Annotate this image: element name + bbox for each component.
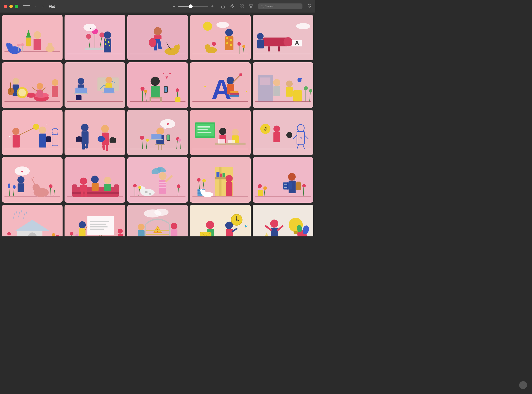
window-title: Flat [49,4,55,8]
list-item[interactable] [65,205,125,236]
svg-rect-171 [65,110,125,155]
svg-point-165 [39,126,46,133]
list-item[interactable]: ! [127,205,188,236]
search-icon [261,5,264,8]
maximize-button[interactable] [15,5,18,8]
list-item[interactable]: J AI [253,110,313,155]
list-item[interactable]: A ✦ ✦ [190,62,250,108]
svg-rect-10 [2,15,63,60]
list-item[interactable] [2,15,63,60]
svg-text:♥: ♥ [166,122,169,126]
nav-forward-button[interactable]: › [40,3,46,9]
svg-point-57 [205,44,211,50]
svg-point-36 [105,39,106,41]
list-item[interactable] [190,15,250,60]
grid-icon[interactable] [239,4,244,9]
svg-point-48 [149,38,156,47]
svg-rect-259 [72,192,119,194]
svg-rect-327 [258,190,263,197]
search-input[interactable] [265,4,297,8]
list-item[interactable]: A [253,15,313,60]
svg-rect-389 [200,232,211,236]
svg-rect-212 [198,126,210,127]
svg-point-260 [80,178,87,185]
svg-point-251 [8,183,10,188]
svg-rect-156 [260,77,270,85]
svg-point-316 [288,173,296,181]
svg-rect-195 [161,145,162,150]
zoom-controls: − + [171,4,215,9]
share-icon[interactable] [221,4,225,9]
pin-icon[interactable] [307,4,311,9]
svg-text:♥: ♥ [165,88,166,90]
svg-point-282 [145,191,148,193]
svg-rect-124 [150,97,162,98]
svg-point-84 [27,93,36,98]
svg-rect-267 [85,191,87,197]
list-item[interactable]: 🐦 [190,205,250,236]
list-item[interactable]: ✦ ✦ ✦ [2,110,63,155]
svg-rect-79 [257,40,264,49]
svg-rect-378 [146,230,169,231]
svg-marker-6 [249,5,253,8]
svg-point-369 [154,209,168,216]
minimize-button[interactable] [9,5,13,8]
list-item[interactable]: ♥ [127,110,188,155]
search-bar[interactable] [258,3,302,9]
svg-text:♥: ♥ [163,72,164,75]
svg-text:✦: ✦ [45,123,47,125]
list-item[interactable]: ♥ ♥ ♥ ♥ [127,62,188,108]
svg-point-264 [104,177,111,184]
list-item[interactable]: ... [65,15,125,60]
nav-back-button[interactable]: ‹ [33,3,39,9]
svg-point-164 [33,124,39,130]
svg-rect-319 [287,182,288,190]
svg-point-148 [273,79,280,86]
svg-text:A: A [295,40,299,46]
close-button[interactable] [4,5,7,8]
zoom-in-button[interactable]: + [210,4,215,9]
svg-rect-261 [80,185,87,191]
list-item[interactable] [253,62,313,108]
svg-rect-75 [268,46,270,51]
svg-point-55 [216,22,229,28]
svg-rect-27 [85,48,105,50]
svg-point-17 [33,31,41,39]
list-item[interactable] [127,157,188,203]
svg-point-289 [177,184,180,188]
list-item[interactable]: ♥ [2,205,63,236]
filter-icon[interactable] [249,4,253,9]
list-item[interactable] [65,157,125,203]
bolt-icon[interactable] [230,4,234,9]
svg-rect-52 [190,15,250,60]
svg-text:♥: ♥ [31,235,33,236]
svg-point-58 [212,42,216,46]
svg-rect-365 [118,234,123,236]
svg-rect-157 [2,110,63,155]
list-item[interactable] [253,205,313,236]
svg-point-287 [138,186,141,189]
svg-rect-181 [110,138,116,143]
svg-point-313 [258,184,262,188]
svg-point-68 [242,45,245,48]
list-item[interactable] [190,110,250,155]
svg-point-248 [49,184,52,188]
svg-rect-241 [18,183,24,192]
zoom-out-button[interactable]: − [171,4,176,9]
svg-rect-145 [293,90,302,101]
list-item[interactable] [65,110,125,155]
svg-point-155 [309,89,312,93]
svg-rect-107 [104,87,114,93]
svg-rect-268 [127,157,188,203]
list-item[interactable]: ♥ [2,157,63,203]
list-item[interactable] [65,62,125,108]
list-item[interactable] [253,157,313,203]
sidebar-toggle-button[interactable] [23,4,30,9]
svg-point-390 [225,222,233,229]
list-item[interactable] [2,62,63,108]
zoom-slider[interactable] [178,6,208,7]
svg-point-38 [105,43,107,45]
list-item[interactable] [127,15,188,60]
list-item[interactable] [190,157,250,203]
svg-point-122 [176,88,179,92]
